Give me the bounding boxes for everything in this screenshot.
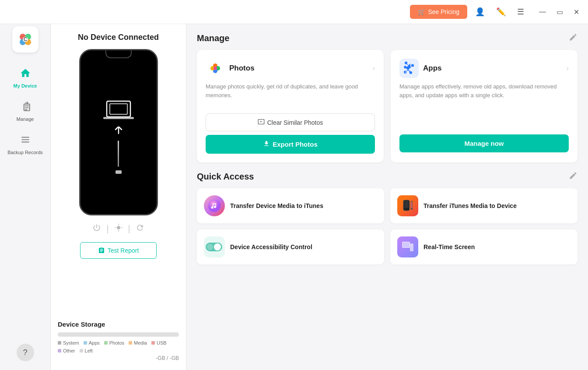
transfer-itunes-media-label: Transfer iTunes Media to Device bbox=[424, 202, 517, 210]
phone-notch bbox=[105, 50, 132, 58]
svg-rect-20 bbox=[411, 202, 412, 208]
photos-title-row: Photos bbox=[206, 59, 255, 78]
quick-access-edit-icon[interactable] bbox=[569, 171, 578, 182]
qa-real-time-screen[interactable]: Real-Time Screen bbox=[390, 229, 578, 264]
media-label: Media bbox=[134, 340, 147, 345]
svg-rect-18 bbox=[404, 201, 409, 208]
legend-apps: Apps bbox=[84, 340, 100, 345]
storage-bar bbox=[58, 332, 179, 337]
svg-point-22 bbox=[214, 243, 221, 250]
photos-card-title: Photos bbox=[229, 64, 255, 73]
svg-rect-23 bbox=[207, 244, 213, 250]
usb-dot bbox=[151, 341, 155, 345]
export-icon bbox=[263, 140, 270, 148]
storage-gb-value: -GB / -GB bbox=[58, 355, 179, 361]
left-label: Left bbox=[85, 348, 93, 353]
export-photos-button[interactable]: Export Photos bbox=[206, 135, 375, 154]
phone-mockup bbox=[79, 49, 158, 215]
toggle-icon-svg bbox=[206, 242, 223, 252]
apps-icon-svg bbox=[401, 60, 417, 76]
storage-bar-left bbox=[58, 332, 179, 337]
photos-card-header: Photos › bbox=[206, 59, 375, 78]
manage-label: Manage bbox=[17, 116, 34, 122]
apps-title-row: Apps bbox=[399, 59, 442, 78]
storage-legend: System Apps Photos Media bbox=[58, 340, 179, 353]
apps-card-header: Apps › bbox=[399, 59, 569, 78]
title-bar-actions: 🛒 See Pricing 👤 ✏️ ☰ — ▭ ✕ bbox=[410, 5, 583, 19]
media-dot bbox=[129, 341, 132, 345]
question-icon: ? bbox=[23, 348, 27, 357]
phone-device-icon bbox=[397, 195, 418, 216]
sidebar-item-manage[interactable]: Manage bbox=[0, 95, 50, 128]
legend-usb: USB bbox=[151, 340, 167, 345]
sidebar-item-backup-records[interactable]: Backup Records bbox=[0, 128, 50, 161]
real-time-screen-icon-svg bbox=[401, 241, 414, 253]
apps-card-desc: Manage apps effectively, remove old apps… bbox=[399, 82, 569, 106]
quick-access-header: Quick Access bbox=[197, 171, 578, 182]
content-area: Manage bbox=[186, 24, 588, 370]
similar-photos-icon bbox=[258, 118, 265, 127]
qa-transfer-device-media[interactable]: Transfer Device Media to iTunes bbox=[197, 188, 384, 223]
photos-card-actions: Clear Similar Photos Export Photos bbox=[206, 113, 375, 154]
legend-photos: Photos bbox=[104, 340, 124, 345]
backup-icon bbox=[20, 134, 31, 148]
device-controls: | | bbox=[87, 222, 149, 236]
svg-point-15 bbox=[214, 67, 217, 70]
music-itunes-icon bbox=[204, 195, 225, 216]
manage-now-button[interactable]: Manage now bbox=[399, 134, 569, 152]
apps-card: Apps › Manage apps effectively, remove o… bbox=[391, 50, 578, 162]
minimize-button[interactable]: — bbox=[536, 6, 550, 18]
photos-card-desc: Manage photos quickly, get rid of duplic… bbox=[206, 82, 375, 106]
manage-icon bbox=[20, 101, 31, 115]
real-time-screen-label: Real-Time Screen bbox=[424, 243, 475, 251]
legend-other: Other bbox=[58, 348, 75, 353]
usb-connector bbox=[116, 170, 122, 174]
system-dot bbox=[58, 341, 61, 345]
window-controls: — ▭ ✕ bbox=[536, 6, 583, 18]
manage-now-label: Manage now bbox=[464, 140, 504, 147]
see-pricing-label: See Pricing bbox=[428, 8, 459, 15]
clear-similar-photos-button[interactable]: Clear Similar Photos bbox=[206, 113, 375, 131]
maximize-button[interactable]: ▭ bbox=[553, 6, 567, 18]
apps-card-title: Apps bbox=[423, 64, 442, 73]
apps-label: Apps bbox=[89, 340, 100, 345]
brightness-button[interactable] bbox=[109, 222, 128, 236]
clear-similar-photos-label: Clear Similar Photos bbox=[267, 119, 323, 126]
laptop-icon bbox=[103, 99, 134, 123]
toggle-icon bbox=[204, 236, 225, 257]
manage-section-header: Manage bbox=[197, 33, 578, 44]
qa-device-accessibility[interactable]: Device Accessibility Control bbox=[197, 229, 384, 264]
phone-transfer-icon-svg bbox=[401, 199, 414, 212]
left-dot bbox=[80, 349, 83, 352]
apps-card-actions: Manage now bbox=[399, 113, 569, 152]
menu-icon-button[interactable]: ☰ bbox=[514, 5, 528, 18]
refresh-button[interactable] bbox=[130, 222, 150, 236]
export-photos-label: Export Photos bbox=[273, 141, 318, 148]
manage-edit-icon[interactable] bbox=[569, 33, 578, 44]
transfer-device-media-label: Transfer Device Media to iTunes bbox=[230, 202, 323, 210]
title-bar: 🛒 See Pricing 👤 ✏️ ☰ — ▭ ✕ bbox=[0, 0, 588, 24]
sidebar-nav: My Device Manage Backup Records bbox=[0, 61, 50, 161]
close-button[interactable]: ✕ bbox=[570, 6, 583, 18]
test-report-label: Test Report bbox=[108, 247, 139, 254]
power-button[interactable] bbox=[87, 222, 106, 236]
main-area: No Device Connected bbox=[51, 24, 588, 370]
svg-rect-9 bbox=[103, 117, 134, 119]
usb-label: USB bbox=[157, 340, 167, 345]
device-title: No Device Connected bbox=[78, 33, 159, 42]
help-button[interactable]: ? bbox=[17, 344, 34, 361]
qa-transfer-itunes-media[interactable]: Transfer iTunes Media to Device bbox=[390, 188, 578, 223]
content-with-device: No Device Connected bbox=[51, 24, 588, 370]
test-report-button[interactable]: Test Report bbox=[80, 242, 157, 259]
svg-rect-8 bbox=[110, 104, 127, 114]
see-pricing-button[interactable]: 🛒 See Pricing bbox=[410, 5, 467, 19]
edit-icon-button[interactable]: ✏️ bbox=[493, 5, 509, 18]
user-icon-button[interactable]: 👤 bbox=[472, 5, 488, 18]
itunes-icon-svg bbox=[207, 199, 221, 213]
sidebar-item-my-device[interactable]: My Device bbox=[0, 61, 50, 95]
photos-label: Photos bbox=[109, 340, 124, 345]
my-device-label: My Device bbox=[14, 83, 37, 88]
power-icon bbox=[92, 223, 101, 232]
quick-access-grid: Transfer Device Media to iTunes bbox=[197, 188, 578, 264]
photos-card-icon bbox=[206, 59, 225, 78]
